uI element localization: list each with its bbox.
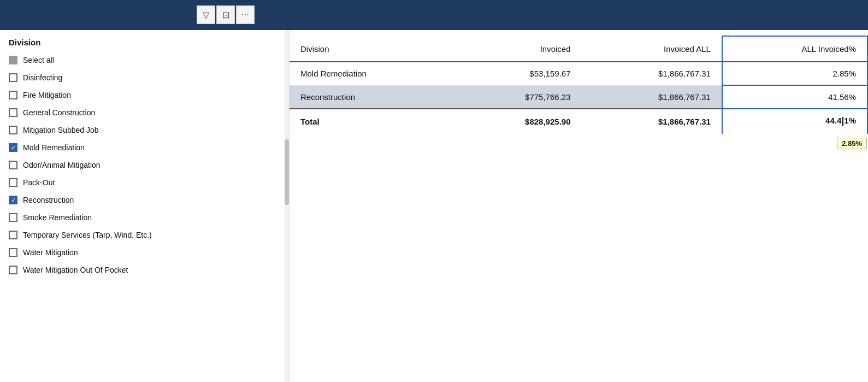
filter-label-disinfecting: Disinfecting <box>23 73 62 82</box>
toolbar-icons: ▽ ⊡ ··· <box>197 5 255 24</box>
filter-panel: Division Select all Disinfecting Fire Mi… <box>0 30 290 382</box>
filter-label-select-all: Select all <box>23 56 54 64</box>
checkbox-water-mitigation <box>9 248 17 257</box>
filter-label-odor-animal: Odor/Animal Mitigation <box>23 161 101 169</box>
cell-mold-invoiced: $53,159.67 <box>454 62 581 85</box>
more-button[interactable]: ··· <box>236 5 255 24</box>
expand-button[interactable]: ⊡ <box>216 5 235 24</box>
checkbox-temporary-services <box>9 231 17 239</box>
filter-item-smoke-remediation[interactable]: Smoke Remediation <box>0 209 289 226</box>
total-pct-text: 44.4 <box>825 116 841 125</box>
filter-label-smoke-remediation: Smoke Remediation <box>23 213 92 222</box>
cell-total-label: Total <box>290 109 454 134</box>
filter-item-fire-mitigation[interactable]: Fire Mitigation <box>0 86 289 104</box>
checkbox-odor-animal <box>9 161 17 169</box>
checkbox-mold-remediation: ✓ <box>9 143 17 152</box>
cell-total-invoiced-all: $1,866,767.31 <box>582 109 722 134</box>
data-table: Division Invoiced Invoiced ALL ALL Invoi… <box>290 36 868 134</box>
cell-reconstruction-pct: 41.56% <box>722 85 867 109</box>
cell-reconstruction-invoiced: $775,766.23 <box>454 85 581 109</box>
filter-label-water-mitigation-oop: Water Mitigation Out Of Pocket <box>23 266 128 274</box>
filter-label-pack-out: Pack-Out <box>23 178 55 187</box>
tooltip-2-85: 2.85% <box>837 138 867 149</box>
checkbox-mitigation-subbed-job <box>9 126 17 134</box>
table-row-total: Total $828,925.90 $1,866,767.31 44.4|1% … <box>290 109 867 134</box>
checkbox-water-mitigation-oop <box>9 266 17 274</box>
scrollbar-track[interactable] <box>285 30 289 382</box>
filter-label-mitigation-subbed-job: Mitigation Subbed Job <box>23 126 99 134</box>
filter-panel-header: Division <box>0 30 289 51</box>
filter-item-select-all[interactable]: Select all <box>0 51 289 69</box>
checkbox-fire-mitigation <box>9 91 17 99</box>
checkbox-select-all <box>9 56 17 64</box>
col-header-invoiced-all[interactable]: Invoiced ALL <box>582 36 722 62</box>
table-panel: Division Invoiced Invoiced ALL ALL Invoi… <box>290 30 868 382</box>
filter-item-temporary-services[interactable]: Temporary Services (Tarp, Wind, Etc.) <box>0 226 289 244</box>
cell-total-pct: 44.4|1% 2.85% <box>722 109 867 134</box>
filter-item-water-mitigation-oop[interactable]: Water Mitigation Out Of Pocket <box>0 261 289 279</box>
checkbox-disinfecting <box>9 73 17 82</box>
filter-item-general-construction[interactable]: General Construction <box>0 104 289 121</box>
filter-item-water-mitigation[interactable]: Water Mitigation <box>0 244 289 261</box>
filter-label-reconstruction: Reconstruction <box>23 196 74 204</box>
checkbox-smoke-remediation <box>9 213 17 222</box>
filter-button[interactable]: ▽ <box>197 5 215 24</box>
cell-mold-invoiced-all: $1,866,767.31 <box>582 62 722 85</box>
filter-label-general-construction: General Construction <box>23 108 95 117</box>
filter-label-temporary-services: Temporary Services (Tarp, Wind, Etc.) <box>23 231 152 239</box>
cell-mold-division: Mold Remediation <box>290 62 454 85</box>
total-pct-remainder: 1% <box>844 116 856 125</box>
checkbox-reconstruction: ✓ <box>9 196 17 204</box>
col-header-invoiced[interactable]: Invoiced <box>454 36 581 62</box>
filter-label-mold-remediation: Mold Remediation <box>23 143 85 152</box>
main-content: Division Select all Disinfecting Fire Mi… <box>0 30 868 382</box>
cell-reconstruction-division: Reconstruction <box>290 85 454 109</box>
table-row-reconstruction[interactable]: Reconstruction $775,766.23 $1,866,767.31… <box>290 85 867 109</box>
cell-total-invoiced: $828,925.90 <box>454 109 581 134</box>
filter-label-water-mitigation: Water Mitigation <box>23 248 78 257</box>
total-pct-cursor: | <box>841 115 844 126</box>
filter-item-disinfecting[interactable]: Disinfecting <box>0 69 289 86</box>
cell-reconstruction-invoiced-all: $1,866,767.31 <box>582 85 722 109</box>
table-wrapper: Division Invoiced Invoiced ALL ALL Invoi… <box>290 30 868 134</box>
checkbox-general-construction <box>9 108 17 117</box>
filter-item-mitigation-subbed-job[interactable]: Mitigation Subbed Job <box>0 121 289 139</box>
filter-label-fire-mitigation: Fire Mitigation <box>23 91 71 99</box>
checkbox-pack-out <box>9 178 17 187</box>
filter-item-odor-animal[interactable]: Odor/Animal Mitigation <box>0 156 289 174</box>
filter-item-reconstruction[interactable]: ✓ Reconstruction <box>0 191 289 209</box>
col-header-division[interactable]: Division <box>290 36 454 62</box>
filter-item-pack-out[interactable]: Pack-Out <box>0 174 289 191</box>
filter-item-mold-remediation[interactable]: ✓ Mold Remediation <box>0 139 289 156</box>
cell-mold-pct: 2.85% <box>722 62 867 85</box>
top-bar: ▽ ⊡ ··· <box>0 0 868 30</box>
scrollbar-thumb[interactable] <box>285 139 289 205</box>
table-header-row: Division Invoiced Invoiced ALL ALL Invoi… <box>290 36 867 62</box>
table-row-mold[interactable]: Mold Remediation $53,159.67 $1,866,767.3… <box>290 62 867 85</box>
col-header-all-invoiced-pct[interactable]: ALL Invoiced% <box>722 36 867 62</box>
